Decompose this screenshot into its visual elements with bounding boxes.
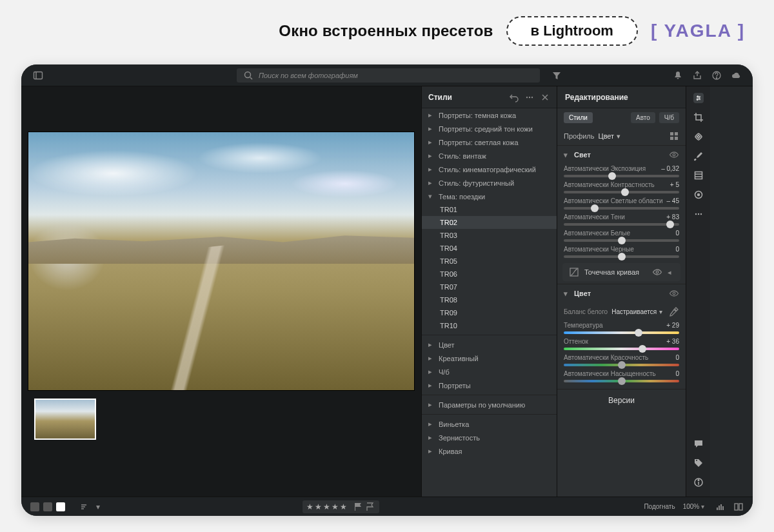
brush-icon[interactable] (693, 151, 704, 161)
preset-group[interactable]: ▸Виньетка (422, 417, 557, 431)
preset-group-expanded[interactable]: ▾ Тема: поездки (422, 190, 557, 203)
slider-row[interactable]: Автоматически Черные0 (557, 244, 686, 261)
slider-row[interactable]: Автоматически Красочность0 (557, 353, 686, 369)
preset-item[interactable]: TR06 (422, 268, 557, 281)
panels-icon[interactable] (33, 70, 43, 81)
zoom-label[interactable]: 100% ▾ (683, 503, 708, 510)
info-icon[interactable] (693, 477, 704, 488)
slider-knob[interactable] (618, 361, 626, 369)
section-color[interactable]: ▾ Цвет (557, 284, 686, 302)
slider-knob[interactable] (635, 329, 642, 337)
eyedropper-icon[interactable] (669, 306, 679, 317)
edit-sliders-icon[interactable] (693, 93, 704, 103)
filter-icon[interactable] (551, 70, 562, 81)
slider-track[interactable] (564, 223, 679, 226)
more-icon[interactable] (524, 92, 535, 103)
slider-knob[interactable] (666, 221, 674, 228)
preset-group[interactable]: ▸Стиль: кинематографический (422, 163, 557, 176)
star-icon[interactable]: ★ (306, 502, 313, 511)
help-icon[interactable] (711, 70, 722, 81)
preset-group[interactable]: ▸Портреты: темная кожа (422, 108, 557, 122)
sort-icon[interactable] (79, 502, 90, 512)
rating-stars[interactable]: ★ ★ ★ ★ ★ (303, 500, 379, 513)
preset-item[interactable]: TR10 (422, 319, 557, 332)
radial-gradient-icon[interactable] (693, 190, 704, 200)
preset-item[interactable]: TR05 (422, 255, 557, 268)
profile-row[interactable]: Профиль Цвет ▾ (557, 127, 686, 145)
histogram-icon[interactable] (715, 502, 726, 512)
slider-track[interactable] (564, 364, 679, 366)
preset-group[interactable]: ▸Стиль: винтаж (422, 149, 557, 163)
preset-group[interactable]: ▸Стиль: футуристичный (422, 176, 557, 190)
photo-preview[interactable] (28, 132, 415, 391)
slider-row[interactable]: Автоматически Светлые области– 45 (557, 196, 686, 212)
star-icon[interactable]: ★ (332, 502, 339, 511)
slider-knob[interactable] (591, 204, 599, 212)
slider-track[interactable] (564, 380, 679, 382)
slider-knob[interactable] (621, 188, 629, 196)
eye-icon[interactable] (669, 150, 679, 160)
slider-track[interactable] (564, 175, 679, 177)
preset-group[interactable]: ▸Портреты (422, 379, 557, 392)
slider-track[interactable] (564, 191, 679, 193)
slider-row[interactable]: Автоматически Контрастность+ 5 (557, 180, 686, 196)
preset-item[interactable]: TR02 (422, 216, 557, 229)
preset-item[interactable]: TR01 (422, 203, 557, 216)
slider-track[interactable] (564, 331, 679, 334)
search-field[interactable]: Поиск по всем фотографиям (237, 68, 540, 83)
preset-item[interactable]: TR07 (422, 281, 557, 293)
slider-row[interactable]: Автоматически Насыщенность0 (557, 369, 686, 385)
preset-group[interactable]: ▸Кривая (422, 444, 557, 458)
versions-row[interactable]: Версии (557, 389, 686, 411)
fit-label[interactable]: Подогнать (644, 503, 675, 510)
flag-icon[interactable] (353, 502, 364, 512)
slider-knob[interactable] (618, 377, 626, 385)
slider-knob[interactable] (618, 237, 626, 244)
preset-group[interactable]: ▸Ч/б (422, 365, 557, 379)
tag-icon[interactable] (693, 458, 704, 468)
preset-group[interactable]: ▸Зернистость (422, 431, 557, 444)
heal-icon[interactable] (693, 132, 704, 142)
comment-icon[interactable] (693, 438, 704, 449)
star-icon[interactable]: ★ (340, 502, 347, 511)
profile-browse-icon[interactable] (669, 131, 679, 141)
reject-flag-icon[interactable] (365, 502, 375, 512)
star-icon[interactable]: ★ (323, 502, 330, 511)
eye-icon[interactable] (652, 267, 662, 277)
filmstrip-thumb[interactable] (34, 399, 96, 440)
slider-track[interactable] (564, 348, 679, 350)
preset-group[interactable]: ▸Креативный (422, 351, 557, 365)
slider-track[interactable] (564, 239, 679, 242)
crop-icon[interactable] (693, 112, 704, 123)
share-icon[interactable] (692, 70, 702, 81)
preset-item[interactable]: TR04 (422, 242, 557, 255)
slider-row[interactable]: Автоматически Экспозиция– 0,32 (557, 164, 686, 180)
chip-styles[interactable]: Стили (564, 112, 593, 123)
more-icon[interactable] (693, 209, 704, 219)
chip-auto[interactable]: Авто (631, 112, 655, 123)
slider-knob[interactable] (618, 253, 626, 261)
tone-curve-row[interactable]: Точечная кривая ◂ (562, 263, 680, 281)
slider-knob[interactable] (608, 172, 616, 180)
undo-icon[interactable] (509, 92, 519, 103)
preset-item[interactable]: TR09 (422, 306, 557, 319)
slider-row[interactable]: Автоматически Белые0 (557, 228, 686, 244)
eye-icon[interactable] (669, 288, 679, 299)
before-after-icon[interactable] (733, 502, 744, 512)
compare-view-icon[interactable] (43, 502, 52, 511)
preset-group[interactable]: ▸Портреты: светлая кожа (422, 135, 557, 149)
preset-group[interactable]: ▸Портреты: средний тон кожи (422, 122, 557, 135)
star-icon[interactable]: ★ (315, 502, 322, 511)
slider-track[interactable] (564, 207, 679, 210)
preset-group[interactable]: ▸Цвет (422, 338, 557, 351)
slider-row[interactable]: Оттенок+ 36 (557, 337, 686, 353)
bell-icon[interactable] (673, 70, 683, 81)
slider-row[interactable]: Температура+ 29 (557, 320, 686, 337)
loupe-view-icon[interactable] (56, 502, 65, 511)
preset-item[interactable]: TR08 (422, 293, 557, 306)
close-icon[interactable] (540, 92, 550, 103)
preset-item[interactable]: TR03 (422, 229, 557, 242)
slider-knob[interactable] (639, 345, 646, 353)
preset-defaults[interactable]: ▸ Параметры по умолчанию (422, 398, 557, 411)
slider-row[interactable]: Автоматически Тени+ 83 (557, 212, 686, 228)
